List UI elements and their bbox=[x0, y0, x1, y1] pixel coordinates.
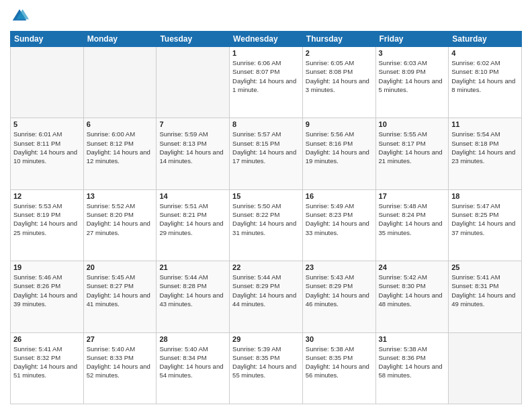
calendar-header-sunday: Sunday bbox=[11, 32, 84, 47]
day-number: 7 bbox=[159, 120, 226, 128]
sunrise-text: Sunrise: 5:44 AM bbox=[232, 273, 281, 281]
daylight-text: Daylight: 14 hours and 35 minutes. bbox=[379, 220, 443, 236]
calendar-cell: 23Sunrise: 5:43 AMSunset: 8:29 PMDayligh… bbox=[302, 261, 375, 332]
day-info: Sunrise: 5:53 AMSunset: 8:19 PMDaylight:… bbox=[13, 201, 81, 237]
day-info: Sunrise: 5:52 AMSunset: 8:20 PMDaylight:… bbox=[87, 201, 154, 237]
day-info: Sunrise: 5:44 AMSunset: 8:29 PMDaylight:… bbox=[232, 273, 300, 308]
daylight-text: Daylight: 14 hours and 12 minutes. bbox=[87, 148, 150, 165]
calendar-cell: 9Sunrise: 5:56 AMSunset: 8:16 PMDaylight… bbox=[302, 118, 375, 189]
sunrise-text: Sunrise: 5:41 AM bbox=[13, 345, 62, 353]
day-number: 1 bbox=[232, 49, 300, 57]
daylight-text: Daylight: 14 hours and 19 minutes. bbox=[306, 148, 369, 165]
calendar-cell: 1Sunrise: 6:06 AMSunset: 8:07 PMDaylight… bbox=[230, 47, 303, 118]
sunset-text: Sunset: 8:31 PM bbox=[451, 282, 498, 289]
day-info: Sunrise: 5:39 AMSunset: 8:35 PMDaylight:… bbox=[232, 345, 300, 380]
sunset-text: Sunset: 8:20 PM bbox=[87, 211, 134, 218]
daylight-text: Daylight: 14 hours and 8 minutes. bbox=[451, 77, 515, 93]
day-number: 17 bbox=[379, 192, 446, 200]
day-info: Sunrise: 5:45 AMSunset: 8:27 PMDaylight:… bbox=[87, 273, 154, 308]
day-number: 28 bbox=[159, 335, 226, 343]
day-info: Sunrise: 5:38 AMSunset: 8:35 PMDaylight:… bbox=[306, 345, 373, 380]
daylight-text: Daylight: 14 hours and 43 minutes. bbox=[159, 291, 223, 308]
sunset-text: Sunset: 8:11 PM bbox=[13, 140, 60, 147]
day-info: Sunrise: 5:59 AMSunset: 8:13 PMDaylight:… bbox=[159, 130, 226, 165]
day-number: 31 bbox=[379, 335, 446, 343]
calendar-cell: 15Sunrise: 5:50 AMSunset: 8:22 PMDayligh… bbox=[230, 189, 303, 261]
day-info: Sunrise: 5:38 AMSunset: 8:36 PMDaylight:… bbox=[379, 345, 446, 380]
sunrise-text: Sunrise: 5:40 AM bbox=[87, 345, 135, 353]
calendar-cell bbox=[449, 332, 522, 404]
day-number: 30 bbox=[306, 335, 373, 343]
sunset-text: Sunset: 8:29 PM bbox=[232, 282, 279, 289]
calendar-header-thursday: Thursday bbox=[302, 32, 375, 47]
sunset-text: Sunset: 8:15 PM bbox=[232, 140, 279, 147]
day-info: Sunrise: 6:03 AMSunset: 8:09 PMDaylight:… bbox=[379, 58, 446, 94]
daylight-text: Daylight: 14 hours and 10 minutes. bbox=[13, 148, 77, 165]
day-info: Sunrise: 5:42 AMSunset: 8:30 PMDaylight:… bbox=[379, 273, 446, 308]
calendar-cell: 10Sunrise: 5:55 AMSunset: 8:17 PMDayligh… bbox=[375, 118, 449, 189]
logo-icon bbox=[10, 7, 29, 26]
sunset-text: Sunset: 8:22 PM bbox=[232, 211, 279, 218]
sunrise-text: Sunrise: 5:52 AM bbox=[87, 202, 135, 210]
calendar-cell: 31Sunrise: 5:38 AMSunset: 8:36 PMDayligh… bbox=[375, 332, 449, 404]
day-info: Sunrise: 5:50 AMSunset: 8:22 PMDaylight:… bbox=[232, 201, 300, 237]
daylight-text: Daylight: 14 hours and 44 minutes. bbox=[232, 291, 296, 308]
sunrise-text: Sunrise: 6:03 AM bbox=[379, 59, 427, 66]
day-number: 8 bbox=[232, 120, 300, 128]
sunset-text: Sunset: 8:28 PM bbox=[159, 282, 206, 289]
sunrise-text: Sunrise: 5:54 AM bbox=[451, 130, 500, 138]
calendar-header-tuesday: Tuesday bbox=[157, 32, 230, 47]
calendar-cell: 2Sunrise: 6:05 AMSunset: 8:08 PMDaylight… bbox=[302, 47, 375, 118]
daylight-text: Daylight: 14 hours and 54 minutes. bbox=[159, 363, 223, 379]
daylight-text: Daylight: 14 hours and 17 minutes. bbox=[232, 148, 296, 165]
sunset-text: Sunset: 8:21 PM bbox=[159, 211, 206, 218]
daylight-text: Daylight: 14 hours and 58 minutes. bbox=[379, 363, 443, 379]
calendar-cell: 27Sunrise: 5:40 AMSunset: 8:33 PMDayligh… bbox=[83, 332, 157, 404]
sunrise-text: Sunrise: 6:05 AM bbox=[306, 59, 354, 66]
day-number: 15 bbox=[232, 192, 300, 200]
daylight-text: Daylight: 14 hours and 52 minutes. bbox=[87, 363, 150, 379]
day-number: 29 bbox=[232, 335, 300, 343]
day-number: 20 bbox=[87, 263, 154, 271]
calendar-header-monday: Monday bbox=[83, 32, 157, 47]
day-info: Sunrise: 5:51 AMSunset: 8:21 PMDaylight:… bbox=[159, 201, 226, 237]
daylight-text: Daylight: 14 hours and 49 minutes. bbox=[451, 291, 515, 308]
day-info: Sunrise: 5:43 AMSunset: 8:29 PMDaylight:… bbox=[306, 273, 373, 308]
day-number: 2 bbox=[306, 49, 373, 57]
sunrise-text: Sunrise: 5:47 AM bbox=[451, 202, 500, 210]
day-number: 27 bbox=[87, 335, 154, 343]
sunrise-text: Sunrise: 5:39 AM bbox=[232, 345, 281, 353]
day-info: Sunrise: 5:41 AMSunset: 8:31 PMDaylight:… bbox=[451, 273, 519, 308]
sunset-text: Sunset: 8:09 PM bbox=[379, 68, 426, 75]
sunset-text: Sunset: 8:08 PM bbox=[306, 68, 353, 75]
daylight-text: Daylight: 14 hours and 23 minutes. bbox=[451, 148, 515, 165]
day-info: Sunrise: 5:56 AMSunset: 8:16 PMDaylight:… bbox=[306, 130, 373, 165]
daylight-text: Daylight: 14 hours and 25 minutes. bbox=[13, 220, 77, 236]
calendar-cell: 22Sunrise: 5:44 AMSunset: 8:29 PMDayligh… bbox=[230, 261, 303, 332]
sunrise-text: Sunrise: 5:48 AM bbox=[379, 202, 427, 210]
day-info: Sunrise: 6:06 AMSunset: 8:07 PMDaylight:… bbox=[232, 58, 300, 94]
calendar-cell: 17Sunrise: 5:48 AMSunset: 8:24 PMDayligh… bbox=[375, 189, 449, 261]
sunset-text: Sunset: 8:17 PM bbox=[379, 140, 426, 147]
daylight-text: Daylight: 14 hours and 48 minutes. bbox=[379, 291, 443, 308]
sunrise-text: Sunrise: 6:06 AM bbox=[232, 59, 281, 66]
day-info: Sunrise: 5:48 AMSunset: 8:24 PMDaylight:… bbox=[379, 201, 446, 237]
header bbox=[10, 7, 522, 26]
calendar-cell: 13Sunrise: 5:52 AMSunset: 8:20 PMDayligh… bbox=[83, 189, 157, 261]
sunset-text: Sunset: 8:07 PM bbox=[232, 68, 279, 75]
sunset-text: Sunset: 8:36 PM bbox=[379, 354, 426, 361]
day-info: Sunrise: 5:47 AMSunset: 8:25 PMDaylight:… bbox=[451, 201, 519, 237]
day-number: 22 bbox=[232, 263, 300, 271]
calendar-cell: 25Sunrise: 5:41 AMSunset: 8:31 PMDayligh… bbox=[449, 261, 522, 332]
day-info: Sunrise: 6:02 AMSunset: 8:10 PMDaylight:… bbox=[451, 58, 519, 94]
calendar-cell bbox=[157, 47, 230, 118]
day-number: 12 bbox=[13, 192, 81, 200]
daylight-text: Daylight: 14 hours and 39 minutes. bbox=[13, 291, 77, 308]
sunrise-text: Sunrise: 5:59 AM bbox=[159, 130, 208, 138]
sunrise-text: Sunrise: 5:53 AM bbox=[13, 202, 62, 210]
day-number: 18 bbox=[451, 192, 519, 200]
day-number: 23 bbox=[306, 263, 373, 271]
day-number: 11 bbox=[451, 120, 519, 128]
sunrise-text: Sunrise: 5:49 AM bbox=[306, 202, 354, 210]
calendar-cell: 11Sunrise: 5:54 AMSunset: 8:18 PMDayligh… bbox=[449, 118, 522, 189]
